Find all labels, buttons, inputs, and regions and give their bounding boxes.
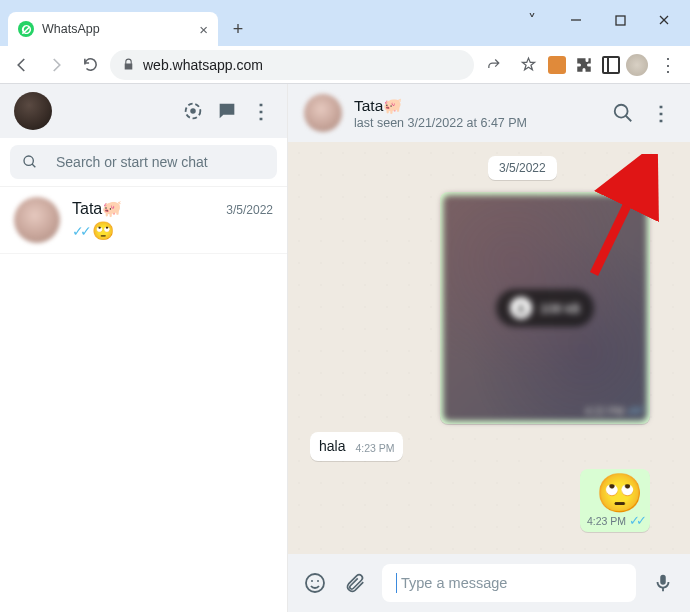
whatsapp-favicon-icon xyxy=(18,21,34,37)
contact-last-seen: last seen 3/21/2022 at 6:47 PM xyxy=(354,116,598,130)
tab-close-icon[interactable]: × xyxy=(199,22,208,37)
browser-menu-button[interactable]: ⋮ xyxy=(654,51,682,79)
nav-reload-button[interactable] xyxy=(76,51,104,79)
download-size-label: 108 kB xyxy=(540,301,580,316)
svg-point-13 xyxy=(311,580,313,582)
incoming-text-message[interactable]: hala 4:23 PM xyxy=(310,432,403,461)
share-icon[interactable] xyxy=(480,51,508,79)
lock-icon xyxy=(122,58,135,71)
svg-point-8 xyxy=(615,105,628,118)
svg-line-7 xyxy=(32,164,35,167)
search-input[interactable]: Search or start new chat xyxy=(10,145,277,179)
search-icon xyxy=(22,154,38,170)
browser-tab[interactable]: WhatsApp × xyxy=(8,12,218,46)
voice-record-icon[interactable] xyxy=(650,570,676,596)
chat-search-icon[interactable] xyxy=(610,100,636,126)
chat-name: Tata🐖 xyxy=(72,199,122,218)
nav-forward-button[interactable] xyxy=(42,51,70,79)
side-panel-icon[interactable] xyxy=(602,56,620,74)
browser-tabstrip: WhatsApp × + ˅ xyxy=(0,12,690,46)
chat-preview-emoji: 🙄 xyxy=(92,220,114,242)
contact-avatar[interactable] xyxy=(304,94,342,132)
profile-avatar-icon[interactable] xyxy=(626,54,648,76)
sidebar-header: ⋮ xyxy=(0,84,287,138)
read-ticks-icon: ✓✓ xyxy=(72,223,88,239)
read-ticks-icon: ✓✓ xyxy=(627,403,641,418)
chat-date: 3/5/2022 xyxy=(226,203,273,217)
message-time: 4:22 PM xyxy=(585,405,624,417)
message-time: 4:23 PM xyxy=(587,515,626,527)
chat-header: Tata🐖 last seen 3/21/2022 at 6:47 PM ⋮ xyxy=(288,84,690,142)
new-chat-icon[interactable] xyxy=(215,99,239,123)
tab-dropdown-icon[interactable]: ˅ xyxy=(510,6,554,34)
browser-tab-title: WhatsApp xyxy=(42,22,100,36)
new-tab-button[interactable]: + xyxy=(224,15,252,43)
svg-point-5 xyxy=(190,108,196,114)
message-text: hala xyxy=(319,438,345,454)
extension-1-icon[interactable] xyxy=(548,56,566,74)
extensions-button[interactable] xyxy=(572,53,596,77)
message-composer: Type a message xyxy=(288,554,690,612)
sidebar: ⋮ Search or start new chat Tata🐖 3/5/202… xyxy=(0,84,288,612)
browser-toolbar: web.whatsapp.com ⋮ xyxy=(0,46,690,84)
outgoing-image-message[interactable]: 108 kB 4:22 PM ✓✓ xyxy=(440,192,650,424)
message-input[interactable]: Type a message xyxy=(382,564,636,602)
message-area: 3/5/2022 108 kB 4: xyxy=(288,142,690,554)
text-cursor xyxy=(396,573,397,593)
svg-rect-1 xyxy=(616,16,625,25)
search-placeholder: Search or start new chat xyxy=(56,154,208,170)
attach-icon[interactable] xyxy=(342,570,368,596)
message-input-placeholder: Type a message xyxy=(401,575,507,591)
svg-point-14 xyxy=(317,580,319,582)
chat-pane: Tata🐖 last seen 3/21/2022 at 6:47 PM ⋮ 3… xyxy=(288,84,690,612)
window-close-button[interactable] xyxy=(642,6,686,34)
emoji-picker-icon[interactable] xyxy=(302,570,328,596)
svg-line-9 xyxy=(626,116,632,122)
outgoing-emoji-message[interactable]: 🙄 4:23 PM ✓✓ xyxy=(580,469,650,532)
date-separator: 3/5/2022 xyxy=(488,156,557,180)
message-emoji: 🙄 xyxy=(596,474,643,512)
url-text: web.whatsapp.com xyxy=(143,57,263,73)
download-button[interactable]: 108 kB xyxy=(496,289,594,327)
chat-menu-button[interactable]: ⋮ xyxy=(648,100,674,126)
svg-point-12 xyxy=(306,574,324,592)
window-maximize-button[interactable] xyxy=(598,6,642,34)
status-icon[interactable] xyxy=(181,99,205,123)
chat-avatar xyxy=(14,197,60,243)
sidebar-menu-icon[interactable]: ⋮ xyxy=(249,99,273,123)
my-avatar[interactable] xyxy=(14,92,52,130)
download-arrow-icon xyxy=(510,297,532,319)
chat-list-item[interactable]: Tata🐖 3/5/2022 ✓✓ 🙄 xyxy=(0,187,287,254)
bookmark-star-icon[interactable] xyxy=(514,51,542,79)
address-bar[interactable]: web.whatsapp.com xyxy=(110,50,474,80)
contact-name: Tata🐖 xyxy=(354,97,598,115)
window-minimize-button[interactable] xyxy=(554,6,598,34)
nav-back-button[interactable] xyxy=(8,51,36,79)
read-ticks-icon: ✓✓ xyxy=(629,513,643,528)
message-time: 4:23 PM xyxy=(355,442,394,454)
svg-point-6 xyxy=(24,156,33,165)
contact-info[interactable]: Tata🐖 last seen 3/21/2022 at 6:47 PM xyxy=(354,97,598,130)
